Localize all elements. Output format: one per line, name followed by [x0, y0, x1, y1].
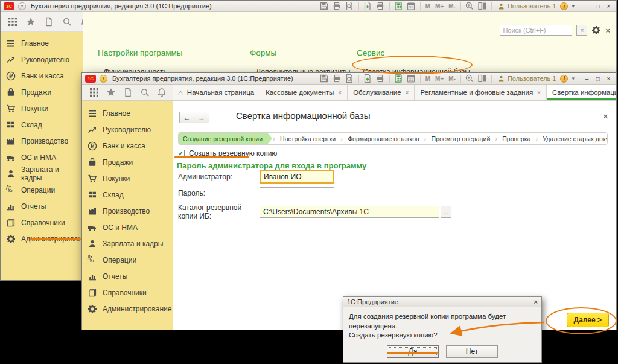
sidebar-item-directories[interactable]: Справочники — [82, 284, 173, 301]
search-clear-icon[interactable]: × — [576, 25, 587, 36]
tab-close-icon[interactable]: × — [406, 89, 409, 96]
tab-cash-documents[interactable]: Кассовые документы× — [260, 85, 348, 100]
memory-m-minus-button[interactable]: M- — [447, 75, 457, 82]
minimize-icon[interactable]: – — [582, 74, 591, 83]
administrator-field[interactable] — [260, 170, 334, 184]
wizard-step-5[interactable]: Проверка — [498, 133, 535, 144]
tab-scheduled-jobs[interactable]: Регламентные и фоновые задания× — [415, 85, 547, 100]
send-print-icon[interactable] — [375, 1, 386, 11]
page-close-icon[interactable]: × — [603, 112, 608, 121]
chevron-down-icon[interactable]: ▾ — [570, 75, 576, 81]
sidebar-item-purchases[interactable]: Покупки — [1, 100, 83, 117]
favorites-star-icon[interactable] — [106, 88, 116, 97]
minimize-icon[interactable]: – — [582, 2, 591, 10]
memory-m-button[interactable]: M — [424, 3, 432, 10]
zoom-icon[interactable] — [465, 1, 475, 11]
favorites-star-icon[interactable] — [25, 17, 36, 27]
panel-close-icon[interactable]: × — [605, 26, 610, 35]
memory-m-plus-button[interactable]: M+ — [434, 75, 445, 82]
sidebar-item-operations[interactable]: ДтКтОперации — [1, 182, 83, 198]
tab-home[interactable]: ⌂Начальная страница — [173, 85, 260, 100]
wizard-step-1[interactable]: Создание резервной копии — [179, 133, 272, 144]
save-icon[interactable] — [319, 1, 330, 11]
search-icon[interactable] — [140, 88, 150, 97]
notifications-bell-icon[interactable] — [157, 88, 167, 97]
current-user[interactable]: Пользователь 1 — [495, 2, 558, 10]
info-icon[interactable]: i — [560, 2, 568, 10]
print-icon[interactable] — [332, 74, 342, 83]
back-button[interactable]: ← — [179, 112, 194, 123]
search-input[interactable] — [500, 25, 572, 36]
sidebar-item-production[interactable]: Производство — [82, 203, 173, 219]
wizard-step-2[interactable]: Настройка свертки — [276, 133, 340, 144]
sidebar-item-reports[interactable]: Отчеты — [1, 198, 83, 214]
maximize-icon[interactable]: □ — [593, 2, 602, 10]
tab-db-rollup[interactable]: Свертка информационной базы× — [547, 85, 616, 100]
print-preview-icon[interactable] — [345, 74, 355, 83]
browse-button[interactable]: ... — [441, 206, 451, 218]
calculator-icon[interactable] — [393, 1, 404, 11]
sidebar-item-sales[interactable]: Продажи — [82, 154, 173, 170]
send-print-icon[interactable] — [375, 74, 386, 83]
memory-m-minus-button[interactable]: M- — [447, 3, 457, 10]
wizard-step-6[interactable]: Удаление старых документов — [538, 133, 608, 144]
tab-maintenance[interactable]: Обслуживание× — [348, 85, 415, 100]
menu-grid-icon[interactable] — [89, 88, 99, 97]
sidebar-item-main[interactable]: Главное — [1, 35, 83, 51]
history-icon[interactable] — [43, 17, 54, 27]
sidebar-item-main[interactable]: Главное — [82, 105, 173, 121]
zoom-icon[interactable] — [465, 74, 475, 83]
sidebar-item-operations[interactable]: ДтКтОперации — [82, 252, 173, 268]
sidebar-item-salary-hr[interactable]: Зарплата и кадры — [82, 235, 173, 252]
info-icon[interactable]: i — [560, 75, 568, 83]
add-document-icon[interactable] — [363, 1, 373, 11]
wizard-step-4[interactable]: Просмотр операций — [427, 133, 495, 144]
sidebar-item-production[interactable]: Производство — [1, 133, 83, 149]
search-icon[interactable] — [62, 17, 72, 27]
wizard-step-3[interactable]: Формирование остатков — [343, 133, 423, 144]
sidebar-item-manager[interactable]: Руководителю — [1, 51, 83, 68]
main-menu-button[interactable]: ▾ — [18, 2, 26, 10]
print-icon[interactable] — [332, 1, 342, 11]
close-icon[interactable]: × — [604, 2, 613, 10]
sidebar-item-administration[interactable]: Администрирование — [82, 301, 173, 317]
chevron-down-icon[interactable]: ▾ — [570, 3, 576, 9]
sidebar-item-warehouse[interactable]: Склад — [82, 187, 173, 203]
backup-checkbox[interactable]: ✓ — [177, 150, 185, 158]
memory-m-button[interactable]: M — [424, 75, 432, 82]
calendar-icon[interactable]: 31 — [406, 1, 416, 11]
close-icon[interactable]: × — [604, 74, 613, 83]
password-field[interactable] — [260, 187, 334, 199]
sidebar-item-bank-cash[interactable]: Банк и касса — [1, 68, 83, 84]
sidebar-item-manager[interactable]: Руководителю — [82, 121, 173, 138]
no-button[interactable]: Нет — [446, 345, 498, 358]
add-document-icon[interactable] — [363, 74, 373, 83]
forward-button[interactable]: → — [194, 112, 209, 123]
save-icon[interactable] — [319, 74, 330, 83]
tab-close-icon[interactable]: × — [537, 89, 541, 96]
history-icon[interactable] — [123, 88, 133, 97]
sidebar-item-sales[interactable]: Продажи — [1, 84, 83, 100]
current-user[interactable]: Пользователь 1 — [495, 75, 558, 83]
memory-m-plus-button[interactable]: M+ — [434, 3, 445, 10]
main-menu-button[interactable]: ▾ — [100, 75, 107, 83]
backup-folder-field[interactable] — [260, 206, 439, 218]
calculator-icon[interactable] — [393, 74, 404, 83]
sidebar-item-reports[interactable]: Отчеты — [82, 268, 173, 284]
sidebar-item-os-nma[interactable]: ОС и НМА — [1, 149, 83, 165]
sidebar-item-salary-hr[interactable]: Зарплата и кадры — [1, 165, 83, 182]
panel-settings-gear-icon[interactable] — [591, 25, 601, 35]
sidebar-item-administration[interactable]: Администрирование — [1, 231, 83, 247]
print-preview-icon[interactable] — [345, 1, 355, 11]
sidebar-item-directories[interactable]: Справочники — [1, 214, 83, 231]
split-view-icon[interactable] — [477, 74, 488, 83]
maximize-icon[interactable]: □ — [593, 74, 602, 83]
dialog-close-icon[interactable]: × — [534, 298, 538, 305]
calendar-icon[interactable]: 31 — [406, 74, 416, 83]
sidebar-item-warehouse[interactable]: Склад — [1, 117, 83, 133]
sidebar-item-bank-cash[interactable]: Банк и касса — [82, 138, 173, 154]
sidebar-item-os-nma[interactable]: ОС и НМА — [82, 219, 173, 235]
menu-grid-icon[interactable] — [7, 17, 18, 27]
tab-close-icon[interactable]: × — [338, 89, 342, 96]
split-view-icon[interactable] — [477, 1, 488, 11]
